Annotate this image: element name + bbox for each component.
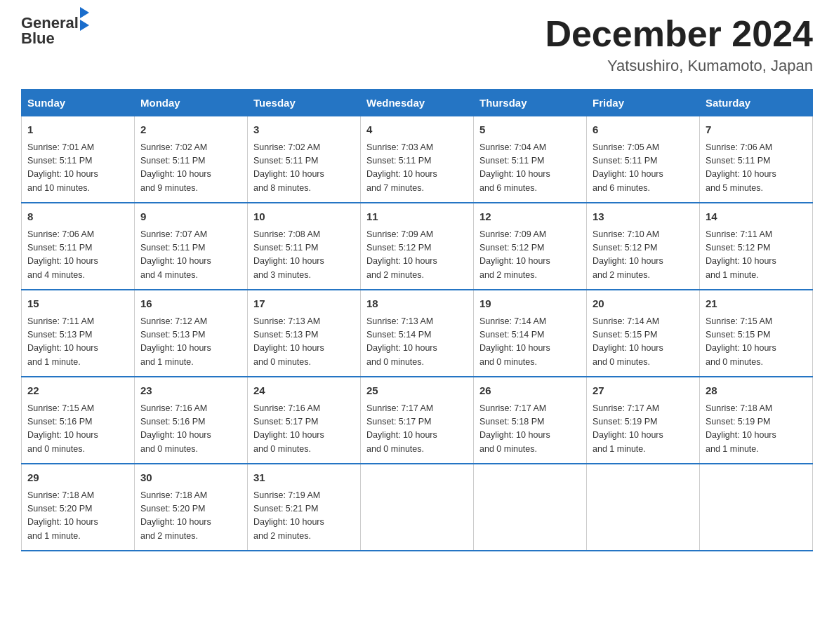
day-info: Sunrise: 7:03 AMSunset: 5:11 PMDaylight:… [366, 141, 468, 196]
day-info: Sunrise: 7:18 AMSunset: 5:20 PMDaylight:… [27, 489, 128, 544]
calendar-cell [361, 464, 474, 551]
col-header-sunday: Sunday [22, 90, 135, 116]
day-info: Sunrise: 7:11 AMSunset: 5:13 PMDaylight:… [27, 315, 128, 370]
col-header-monday: Monday [135, 90, 248, 116]
day-info: Sunrise: 7:05 AMSunset: 5:11 PMDaylight:… [593, 141, 694, 196]
day-number: 24 [253, 383, 355, 399]
col-header-tuesday: Tuesday [248, 90, 361, 116]
day-info: Sunrise: 7:13 AMSunset: 5:13 PMDaylight:… [253, 315, 355, 370]
week-row-1: 1 Sunrise: 7:01 AMSunset: 5:11 PMDayligh… [22, 116, 813, 203]
day-number: 4 [366, 122, 468, 138]
calendar-cell: 2 Sunrise: 7:02 AMSunset: 5:11 PMDayligh… [135, 116, 248, 203]
day-number: 31 [253, 470, 355, 486]
calendar-table: SundayMondayTuesdayWednesdayThursdayFrid… [21, 89, 813, 551]
calendar-cell: 20 Sunrise: 7:14 AMSunset: 5:15 PMDaylig… [587, 290, 700, 377]
calendar-cell: 14 Sunrise: 7:11 AMSunset: 5:12 PMDaylig… [700, 203, 813, 290]
day-info: Sunrise: 7:12 AMSunset: 5:13 PMDaylight:… [140, 315, 241, 370]
col-header-friday: Friday [587, 90, 700, 116]
day-info: Sunrise: 7:15 AMSunset: 5:16 PMDaylight:… [27, 402, 128, 457]
day-number: 25 [366, 383, 468, 399]
day-number: 26 [479, 383, 581, 399]
calendar-cell: 12 Sunrise: 7:09 AMSunset: 5:12 PMDaylig… [474, 203, 587, 290]
day-number: 17 [253, 296, 355, 312]
col-header-saturday: Saturday [700, 90, 813, 116]
day-number: 7 [706, 122, 807, 138]
day-info: Sunrise: 7:17 AMSunset: 5:17 PMDaylight:… [366, 402, 468, 457]
page-header: General Blue December 2024 Yatsushiro, K… [21, 14, 813, 75]
day-number: 11 [366, 209, 468, 225]
day-info: Sunrise: 7:18 AMSunset: 5:19 PMDaylight:… [706, 402, 807, 457]
day-info: Sunrise: 7:06 AMSunset: 5:11 PMDaylight:… [27, 228, 128, 283]
logo-text-blue: Blue [21, 29, 55, 48]
calendar-cell: 21 Sunrise: 7:15 AMSunset: 5:15 PMDaylig… [700, 290, 813, 377]
calendar-cell: 1 Sunrise: 7:01 AMSunset: 5:11 PMDayligh… [22, 116, 135, 203]
day-number: 30 [140, 470, 241, 486]
day-number: 12 [479, 209, 581, 225]
calendar-cell [587, 464, 700, 551]
calendar-cell: 11 Sunrise: 7:09 AMSunset: 5:12 PMDaylig… [361, 203, 474, 290]
day-number: 1 [27, 122, 128, 138]
month-title: December 2024 [545, 14, 813, 54]
calendar-cell: 5 Sunrise: 7:04 AMSunset: 5:11 PMDayligh… [474, 116, 587, 203]
day-info: Sunrise: 7:11 AMSunset: 5:12 PMDaylight:… [706, 228, 807, 283]
calendar-cell: 28 Sunrise: 7:18 AMSunset: 5:19 PMDaylig… [700, 377, 813, 464]
calendar-cell [474, 464, 587, 551]
day-info: Sunrise: 7:02 AMSunset: 5:11 PMDaylight:… [140, 141, 241, 196]
week-row-4: 22 Sunrise: 7:15 AMSunset: 5:16 PMDaylig… [22, 377, 813, 464]
day-info: Sunrise: 7:14 AMSunset: 5:15 PMDaylight:… [593, 315, 694, 370]
calendar-cell: 7 Sunrise: 7:06 AMSunset: 5:11 PMDayligh… [700, 116, 813, 203]
calendar-cell: 9 Sunrise: 7:07 AMSunset: 5:11 PMDayligh… [135, 203, 248, 290]
day-info: Sunrise: 7:07 AMSunset: 5:11 PMDaylight:… [140, 228, 241, 283]
calendar-cell: 24 Sunrise: 7:16 AMSunset: 5:17 PMDaylig… [248, 377, 361, 464]
day-info: Sunrise: 7:14 AMSunset: 5:14 PMDaylight:… [479, 315, 581, 370]
day-number: 18 [366, 296, 468, 312]
calendar-cell: 10 Sunrise: 7:08 AMSunset: 5:11 PMDaylig… [248, 203, 361, 290]
col-header-thursday: Thursday [474, 90, 587, 116]
calendar-cell: 23 Sunrise: 7:16 AMSunset: 5:16 PMDaylig… [135, 377, 248, 464]
calendar-cell: 30 Sunrise: 7:18 AMSunset: 5:20 PMDaylig… [135, 464, 248, 551]
day-number: 6 [593, 122, 694, 138]
calendar-cell: 8 Sunrise: 7:06 AMSunset: 5:11 PMDayligh… [22, 203, 135, 290]
day-info: Sunrise: 7:19 AMSunset: 5:21 PMDaylight:… [253, 489, 355, 544]
day-info: Sunrise: 7:09 AMSunset: 5:12 PMDaylight:… [366, 228, 468, 283]
day-info: Sunrise: 7:16 AMSunset: 5:17 PMDaylight:… [253, 402, 355, 457]
location: Yatsushiro, Kumamoto, Japan [545, 57, 813, 75]
calendar-cell: 19 Sunrise: 7:14 AMSunset: 5:14 PMDaylig… [474, 290, 587, 377]
day-number: 15 [27, 296, 128, 312]
day-info: Sunrise: 7:18 AMSunset: 5:20 PMDaylight:… [140, 489, 241, 544]
col-header-wednesday: Wednesday [361, 90, 474, 116]
day-info: Sunrise: 7:16 AMSunset: 5:16 PMDaylight:… [140, 402, 241, 457]
day-number: 5 [479, 122, 581, 138]
day-info: Sunrise: 7:17 AMSunset: 5:18 PMDaylight:… [479, 402, 581, 457]
day-info: Sunrise: 7:17 AMSunset: 5:19 PMDaylight:… [593, 402, 694, 457]
day-number: 20 [593, 296, 694, 312]
calendar-cell: 18 Sunrise: 7:13 AMSunset: 5:14 PMDaylig… [361, 290, 474, 377]
day-number: 2 [140, 122, 241, 138]
week-row-3: 15 Sunrise: 7:11 AMSunset: 5:13 PMDaylig… [22, 290, 813, 377]
calendar-cell [700, 464, 813, 551]
week-row-5: 29 Sunrise: 7:18 AMSunset: 5:20 PMDaylig… [22, 464, 813, 551]
calendar-cell: 26 Sunrise: 7:17 AMSunset: 5:18 PMDaylig… [474, 377, 587, 464]
calendar-cell: 29 Sunrise: 7:18 AMSunset: 5:20 PMDaylig… [22, 464, 135, 551]
calendar-cell: 6 Sunrise: 7:05 AMSunset: 5:11 PMDayligh… [587, 116, 700, 203]
title-block: December 2024 Yatsushiro, Kumamoto, Japa… [545, 14, 813, 75]
day-number: 22 [27, 383, 128, 399]
day-number: 29 [27, 470, 128, 486]
day-info: Sunrise: 7:01 AMSunset: 5:11 PMDaylight:… [27, 141, 128, 196]
day-number: 8 [27, 209, 128, 225]
calendar-cell: 13 Sunrise: 7:10 AMSunset: 5:12 PMDaylig… [587, 203, 700, 290]
calendar-cell: 16 Sunrise: 7:12 AMSunset: 5:13 PMDaylig… [135, 290, 248, 377]
calendar-header-row: SundayMondayTuesdayWednesdayThursdayFrid… [22, 90, 813, 116]
day-number: 16 [140, 296, 241, 312]
week-row-2: 8 Sunrise: 7:06 AMSunset: 5:11 PMDayligh… [22, 203, 813, 290]
day-number: 3 [253, 122, 355, 138]
day-info: Sunrise: 7:15 AMSunset: 5:15 PMDaylight:… [706, 315, 807, 370]
day-info: Sunrise: 7:08 AMSunset: 5:11 PMDaylight:… [253, 228, 355, 283]
day-info: Sunrise: 7:02 AMSunset: 5:11 PMDaylight:… [253, 141, 355, 196]
calendar-cell: 15 Sunrise: 7:11 AMSunset: 5:13 PMDaylig… [22, 290, 135, 377]
day-number: 10 [253, 209, 355, 225]
calendar-cell: 25 Sunrise: 7:17 AMSunset: 5:17 PMDaylig… [361, 377, 474, 464]
calendar-cell: 4 Sunrise: 7:03 AMSunset: 5:11 PMDayligh… [361, 116, 474, 203]
calendar-cell: 22 Sunrise: 7:15 AMSunset: 5:16 PMDaylig… [22, 377, 135, 464]
day-info: Sunrise: 7:10 AMSunset: 5:12 PMDaylight:… [593, 228, 694, 283]
